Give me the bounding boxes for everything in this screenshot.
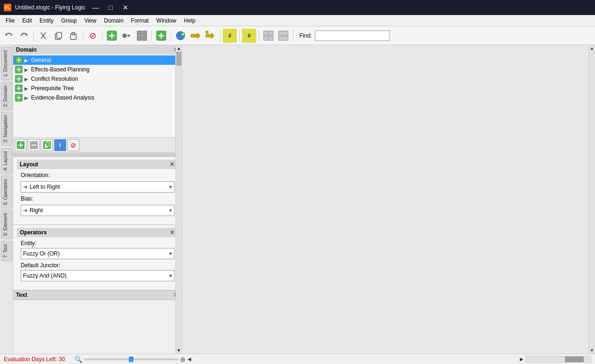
svg-rect-35 (269, 36, 273, 40)
add-entity-button[interactable] (105, 29, 119, 43)
entity-value: Fuzzy Or (OR) (23, 250, 60, 257)
svg-rect-5 (57, 32, 62, 38)
scroll-down-arrow[interactable]: ▼ (176, 347, 182, 354)
hashtag-button[interactable]: # (223, 29, 237, 43)
operators-section: Operators ✕ Entity: Fuzzy Or (OR) ▾ Defa… (13, 225, 182, 290)
bias-select[interactable]: ➜ Right ▾ (21, 205, 174, 216)
connect-button[interactable] (120, 29, 134, 43)
domain-info-button[interactable]: i (54, 139, 66, 151)
entity-label: Entity: (21, 240, 174, 247)
orientation-select[interactable]: ➜ Left to Right ▾ (21, 181, 174, 193)
menu-view[interactable]: View (80, 16, 100, 25)
domain-icon-effects (15, 66, 23, 73)
block-button[interactable]: ⊘ (86, 29, 100, 43)
orientation-chevron-icon: ▾ (169, 184, 172, 190)
orientation-row: Orientation: (21, 172, 174, 178)
find-input[interactable] (315, 31, 390, 41)
scroll-thumb[interactable] (176, 52, 181, 66)
toolbar-separator-8 (258, 30, 259, 41)
redo-button[interactable] (17, 29, 31, 43)
menu-group[interactable]: Group (57, 16, 80, 25)
junctor-select[interactable]: Fuzzy And (AND) ▾ (21, 270, 174, 281)
hashtag2-button[interactable]: # (242, 29, 256, 43)
menu-window[interactable]: Window (153, 16, 180, 25)
domain-list: ▶ General ▶ Effects-Based Planning ▶ Con… (13, 54, 182, 137)
menu-edit[interactable]: Edit (18, 16, 36, 25)
svg-marker-28 (197, 33, 200, 39)
zoom-slider[interactable] (84, 358, 178, 360)
canvas-scroll-down[interactable]: ▼ (589, 347, 595, 354)
horizontal-scroll-nav: ◀ (188, 356, 191, 362)
sidebar-tab-text[interactable]: 7: Text (1, 241, 12, 261)
domain-remove-button[interactable] (28, 139, 40, 151)
canvas-area (182, 45, 588, 354)
sidebar-tab-document[interactable]: 1: Document (1, 47, 12, 80)
scroll-up-arrow[interactable]: ▲ (176, 45, 182, 52)
domain-icon-evidence (15, 94, 23, 101)
maximize-button[interactable]: □ (104, 2, 117, 13)
zoom-thumb[interactable] (129, 356, 133, 362)
menu-entity[interactable]: Entity (36, 16, 57, 25)
operators-close-button[interactable]: ✕ (169, 229, 175, 236)
domain-item-general[interactable]: ▶ General (13, 55, 182, 65)
window-title: Untitled.xlogic - Flying Logic (15, 4, 85, 11)
domain-item-conflict[interactable]: ▶ Conflict Resolution (13, 74, 182, 84)
left-panel-scrollbar[interactable]: ▲ ▼ (175, 45, 182, 354)
copy-button[interactable] (51, 29, 65, 43)
entity-select[interactable]: Fuzzy Or (OR) ▾ (21, 248, 174, 259)
status-scroll-thumb[interactable] (565, 356, 584, 362)
sidebar-tab-operators[interactable]: 5: Operators (1, 176, 12, 209)
svg-marker-30 (211, 33, 214, 39)
bottom-bar: Evaluation Days Left: 30 🔍 ⊕ ◀ ▶ (0, 354, 595, 364)
svg-rect-31 (206, 31, 208, 33)
cut-button[interactable] (36, 29, 50, 43)
domain-icon-prerequisite (15, 85, 23, 92)
toolbar-separator-1 (33, 30, 34, 41)
add2-button[interactable] (154, 29, 168, 43)
status-scrollbar[interactable] (525, 356, 591, 363)
sidebar-tab-layout[interactable]: 4: Layout (1, 148, 12, 174)
canvas-scroll-up[interactable]: ▲ (589, 45, 595, 52)
bias-arrow-icon: ➜ (23, 207, 28, 214)
toolbar-separator-5 (171, 30, 171, 41)
domain-add-button[interactable] (15, 139, 27, 151)
layout-close-button[interactable]: ✕ (169, 161, 175, 168)
paste-button[interactable] (66, 29, 80, 43)
layout-header: Layout ✕ (17, 160, 178, 169)
domain-item-evidence[interactable]: ▶ Evidence-Based Analysis (13, 93, 182, 102)
scroll-left-btn[interactable]: ◀ (188, 356, 191, 362)
layout-button[interactable] (135, 29, 149, 43)
right-scrollbar[interactable]: ▲ ▼ (588, 45, 595, 354)
svg-rect-16 (137, 36, 141, 40)
domain-title: Domain (16, 46, 37, 53)
domain-item-prerequisite[interactable]: ▶ Prerequisite Tree (13, 84, 182, 93)
arrow-right-button[interactable] (188, 29, 203, 43)
svg-rect-17 (142, 36, 147, 40)
undo-button[interactable] (2, 29, 16, 43)
sidebar-tab-domain[interactable]: 2: Domain (1, 82, 12, 110)
scroll-right-btn[interactable]: ▶ (520, 356, 524, 362)
menu-domain[interactable]: Domain (100, 16, 127, 25)
zoom-out-icon[interactable]: 🔍 (74, 356, 82, 363)
domain-copy-button[interactable] (41, 139, 53, 151)
view1-button[interactable] (261, 29, 275, 43)
bottom-scroll-area: 🔍 ⊕ ◀ (74, 356, 520, 363)
domain-item-effects[interactable]: ▶ Effects-Based Planning (13, 65, 182, 74)
sidebar-tab-element[interactable]: 6: Element (1, 210, 12, 239)
close-button[interactable]: ✕ (119, 2, 132, 13)
layout-title: Layout (20, 161, 38, 168)
menu-help[interactable]: Help (180, 16, 199, 25)
globe-button[interactable] (173, 29, 188, 43)
export-button[interactable] (204, 29, 218, 43)
menu-format[interactable]: Format (127, 16, 153, 25)
toolbar-separator-3 (102, 30, 102, 41)
minimize-button[interactable]: — (89, 2, 102, 13)
domain-icon-general (15, 56, 23, 64)
main-area: 1: Document 2: Domain 3: Navigation 4: L… (0, 45, 595, 354)
view2-button[interactable] (276, 29, 290, 43)
sidebar-tab-navigation[interactable]: 3: Navigation (1, 112, 12, 146)
menu-file[interactable]: File (2, 16, 18, 25)
zoom-in-icon[interactable]: ⊕ (180, 356, 186, 363)
domain-block-button[interactable]: ⊘ (67, 139, 79, 151)
text-section: Text ✕ (13, 290, 182, 300)
